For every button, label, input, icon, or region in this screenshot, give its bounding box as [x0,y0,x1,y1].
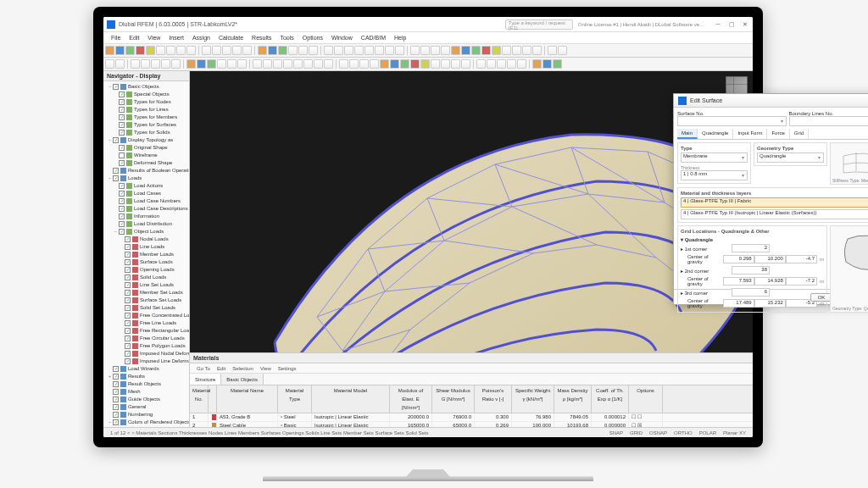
tree-node[interactable]: ✓Original Shape [104,144,188,152]
toolbar-button[interactable] [227,59,236,69]
toolbar-button[interactable] [288,46,298,55]
toolbar-button[interactable] [354,46,364,55]
toolbar-button[interactable] [542,59,552,69]
tree-node[interactable]: ✓Types for Surfaces [104,121,188,129]
toolbar-button[interactable] [461,59,470,69]
tree-node[interactable]: Wireframe [104,152,188,159]
mat-menu-item[interactable]: View [257,363,275,373]
tree-node[interactable]: ✓Nodal Loads [104,236,188,243]
menu-help[interactable]: Help [390,32,410,43]
toolbar-button[interactable] [359,59,369,69]
ortho-toggle[interactable]: ORTHO [670,430,696,435]
toolbar-button[interactable] [324,59,333,69]
toolbar-button[interactable] [141,59,150,69]
maximize-button[interactable]: ▢ [727,20,736,29]
toolbar-button[interactable] [156,46,165,55]
toolbar-button[interactable] [254,46,255,55]
toolbar-button[interactable] [249,59,250,69]
tree-node[interactable]: ✓Solid Loads [104,274,188,281]
toolbar-button[interactable] [471,46,481,55]
toolbar-button[interactable] [115,46,125,55]
toolbar-button[interactable] [532,59,542,69]
toolbar-button[interactable] [222,46,231,55]
tree-node[interactable]: ✓Special Objects [104,91,188,98]
tree-node[interactable]: ✓Free Circular Loads [104,335,188,342]
toolbar-button[interactable] [553,59,562,69]
type-select[interactable]: Membrane [681,152,748,163]
toolbar-button[interactable] [497,59,506,69]
toolbar-button[interactable] [176,46,186,55]
mat-menu-item[interactable]: Settings [275,363,300,373]
snap-toggle[interactable]: SNAP [606,430,626,435]
menu-view[interactable]: View [143,32,164,43]
toolbar-button[interactable] [324,46,333,55]
mat-menu-item[interactable]: Go To [193,363,214,373]
dialog-tab[interactable]: Grid [790,129,809,139]
col-header[interactable]: Material Name [217,385,278,413]
toolbar-button[interactable] [314,59,323,69]
toolbar-button[interactable] [529,59,530,69]
toolbar-button[interactable] [125,46,135,55]
toolbar-button[interactable] [320,46,321,55]
toolbar-button[interactable] [207,59,216,69]
mat-select[interactable]: 4 | Glass-PTFE Typ III | Fabric [681,197,868,208]
col-header[interactable]: Specific Weight γ [kN/m³] [512,385,554,413]
col-header[interactable]: Material Type [278,385,312,413]
tree-node[interactable]: ✓General [104,403,188,411]
tree-node[interactable]: −✓Display Topology as [104,136,188,144]
menu-tools[interactable]: Tools [275,32,298,43]
toolbar-button[interactable] [298,46,308,55]
toolbar-button[interactable] [237,59,247,69]
toolbar-button[interactable] [532,46,542,55]
thickness-select[interactable]: 1 | 0.8 mm [681,170,748,180]
toolbar-button[interactable] [183,59,184,69]
toolbar-button[interactable] [461,46,470,55]
toolbar-button[interactable] [473,59,474,69]
dialog-tab[interactable]: Input Form [733,129,767,139]
col-header[interactable]: Options [629,385,663,413]
tree-node[interactable]: ✓Types for Lines [104,106,188,114]
toolbar-button[interactable] [309,46,318,55]
toolbar-button[interactable] [115,59,125,69]
toolbar-button[interactable] [375,46,384,55]
tree-node[interactable]: ✓Guide Objects [104,396,188,403]
col-header[interactable]: Coeff. of Th. Exp α [1/K] [592,385,629,413]
search-input[interactable]: Type a keyword / request (F1) [505,19,573,30]
toolbar-button[interactable] [273,59,282,69]
toolbar-button[interactable] [558,46,567,55]
toolbar-button[interactable] [380,59,389,69]
toolbar-button[interactable] [370,59,379,69]
toolbar-button[interactable] [441,59,450,69]
toolbar-button[interactable] [166,46,175,55]
tree-node[interactable]: ✓Load Actions [104,182,188,190]
tree-node[interactable]: ✓Surface Set Loads [104,297,188,304]
col-header[interactable]: Modulus of Elast. E [N/mm²] [390,385,432,413]
polar-toggle[interactable]: POLAR [696,430,720,435]
tree-node[interactable]: ✓Opening Loads [104,266,188,274]
toolbar-button[interactable] [407,46,408,55]
toolbar-button[interactable] [451,59,460,69]
menu-window[interactable]: Window [327,32,357,43]
toolbar-button[interactable] [283,59,292,69]
tree-node[interactable]: ✓Load Cases [104,190,188,197]
tab-structure[interactable]: Structure [190,374,221,385]
toolbar-button[interactable] [451,46,460,55]
boundary-lines-field[interactable] [789,116,869,126]
tree-node[interactable]: −✓Colors of Rendered Objects by [104,419,188,426]
tree-node[interactable]: ✓Member Loads [104,251,188,258]
tree-node[interactable]: ✓Imposed Nodal Deformations [104,350,188,358]
toolbar-button[interactable] [431,59,440,69]
toolbar-button[interactable] [278,46,287,55]
surface-no-field[interactable] [677,116,787,126]
navigator-tree[interactable]: −✓Basic Objects✓Special Objects✓Types fo… [103,81,189,437]
toolbar-button[interactable] [105,59,114,69]
toolbar-button[interactable] [217,59,226,69]
tree-node[interactable]: ✓Types for Nodes [104,98,188,106]
col-header[interactable] [209,385,217,413]
tree-node[interactable]: ✓Load Case Descriptions [104,205,188,213]
tree-node[interactable]: ✓Load Wizards [104,365,188,373]
tree-node[interactable]: −✓Basic Objects [104,83,188,91]
toolbar-button[interactable] [268,46,277,55]
mat-menu-item[interactable]: Selection [229,363,257,373]
toolbar-button[interactable] [364,46,374,55]
